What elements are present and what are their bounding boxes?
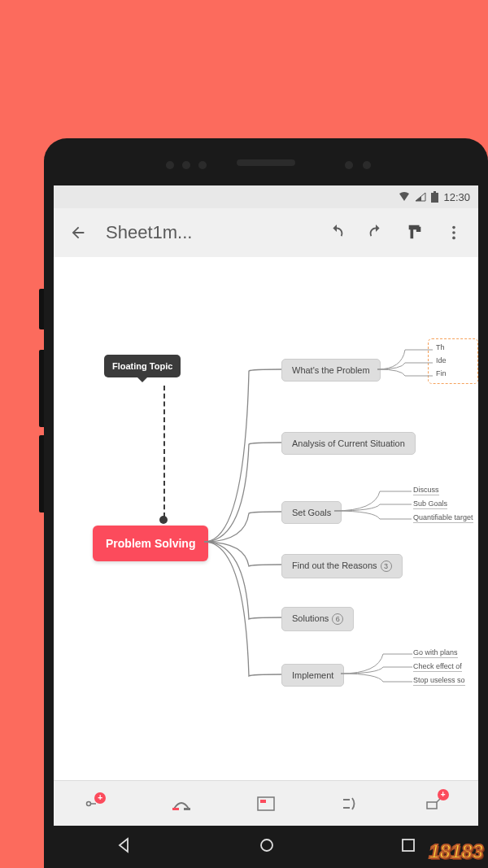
arrow-down-icon: [137, 377, 147, 382]
cell-signal-icon: [415, 192, 426, 202]
wifi-icon: [399, 192, 410, 202]
branch-node[interactable]: Analysis of Current Situation: [281, 432, 416, 455]
branch-connectors: [204, 355, 294, 696]
sensor-dot: [363, 161, 371, 169]
sensor-dot: [345, 161, 353, 169]
nav-back-button[interactable]: [116, 837, 133, 857]
add-boundary-button[interactable]: [250, 787, 282, 820]
root-topic-node[interactable]: Problem Solving: [93, 526, 208, 561]
relationship-endpoint: [159, 516, 168, 524]
undo-button[interactable]: [320, 216, 353, 249]
branch-node[interactable]: Solutions6: [281, 607, 354, 631]
status-bar: 12:30: [54, 185, 478, 208]
branch-label: Find out the Reasons: [292, 560, 377, 570]
leaf-node[interactable]: Fin: [436, 369, 447, 378]
sensor-dot: [198, 161, 207, 169]
leaf-node[interactable]: Ide: [436, 355, 447, 365]
branch-node[interactable]: Find out the Reasons3: [281, 554, 403, 578]
branch-label: What's the Problem: [292, 365, 370, 375]
svg-point-4: [452, 237, 455, 240]
screen: 12:30 Sheet1m... Floating Topic: [54, 185, 478, 868]
root-topic-label: Problem Solving: [106, 537, 195, 550]
branch-label: Implement: [292, 670, 333, 680]
floating-topic-label: Floating Topic: [112, 361, 172, 371]
top-toolbar: Sheet1m...: [54, 208, 478, 257]
svg-point-3: [452, 231, 455, 234]
branch-node[interactable]: Implement: [281, 664, 344, 687]
redo-button[interactable]: [359, 216, 392, 249]
add-floating-button[interactable]: +: [420, 787, 452, 820]
leaf-connectors: [377, 345, 434, 384]
relationship-line: [163, 386, 165, 517]
back-button[interactable]: [62, 216, 94, 249]
svg-rect-13: [427, 802, 437, 809]
plus-icon: +: [438, 789, 449, 800]
add-subtopic-button[interactable]: +: [80, 787, 112, 820]
branch-label: Solutions: [292, 613, 329, 623]
format-button[interactable]: [399, 216, 431, 249]
svg-rect-8: [184, 808, 190, 810]
add-summary-button[interactable]: [334, 787, 367, 820]
svg-point-15: [261, 840, 272, 851]
more-button[interactable]: [438, 216, 470, 249]
power-button: [39, 289, 44, 329]
speaker-grille: [237, 159, 295, 166]
watermark-logo: 18183: [429, 840, 483, 863]
svg-rect-1: [434, 191, 436, 193]
leaf-connectors: [341, 649, 412, 688]
volume-down-button: [39, 435, 44, 513]
svg-rect-16: [403, 840, 414, 851]
branch-node[interactable]: Set Goals: [281, 501, 342, 524]
leaf-node[interactable]: Sub Goals: [413, 499, 447, 509]
nav-recent-button[interactable]: [401, 838, 416, 856]
svg-rect-10: [260, 800, 266, 803]
android-nav-bar: [54, 826, 478, 868]
battery-icon: [431, 191, 438, 203]
leaf-connectors: [334, 486, 412, 526]
branch-label: Analysis of Current Situation: [292, 438, 405, 448]
document-title[interactable]: Sheet1m...: [101, 222, 314, 243]
leaf-node[interactable]: Stop useless so: [413, 675, 465, 686]
svg-rect-9: [258, 797, 274, 810]
plus-icon: +: [94, 792, 106, 804]
branch-label: Set Goals: [292, 508, 331, 517]
mindmap-canvas[interactable]: Floating Topic Problem Solving What's th…: [54, 257, 478, 780]
nav-home-button[interactable]: [259, 837, 275, 857]
count-badge: 6: [332, 613, 343, 625]
sensor-dot: [166, 161, 174, 169]
phone-frame: 12:30 Sheet1m... Floating Topic: [44, 138, 488, 868]
svg-point-5: [87, 801, 91, 805]
floating-topic-node[interactable]: Floating Topic: [104, 355, 181, 377]
leaf-node[interactable]: Go with plans: [413, 648, 458, 658]
bottom-toolbar: + +: [54, 780, 478, 826]
leaf-node[interactable]: Discuss: [413, 485, 439, 495]
add-relationship-button[interactable]: [165, 787, 198, 820]
branch-node[interactable]: What's the Problem: [281, 359, 381, 382]
leaf-node[interactable]: Check effect of: [413, 661, 462, 672]
status-time: 12:30: [443, 191, 470, 203]
leaf-node[interactable]: Quantifiable target: [413, 513, 473, 523]
svg-rect-0: [431, 193, 438, 203]
leaf-node[interactable]: Th: [436, 342, 445, 352]
count-badge: 3: [381, 560, 392, 572]
svg-point-2: [452, 226, 455, 229]
svg-rect-7: [172, 808, 179, 810]
volume-up-button: [39, 350, 44, 427]
sensor-dot: [182, 161, 190, 169]
